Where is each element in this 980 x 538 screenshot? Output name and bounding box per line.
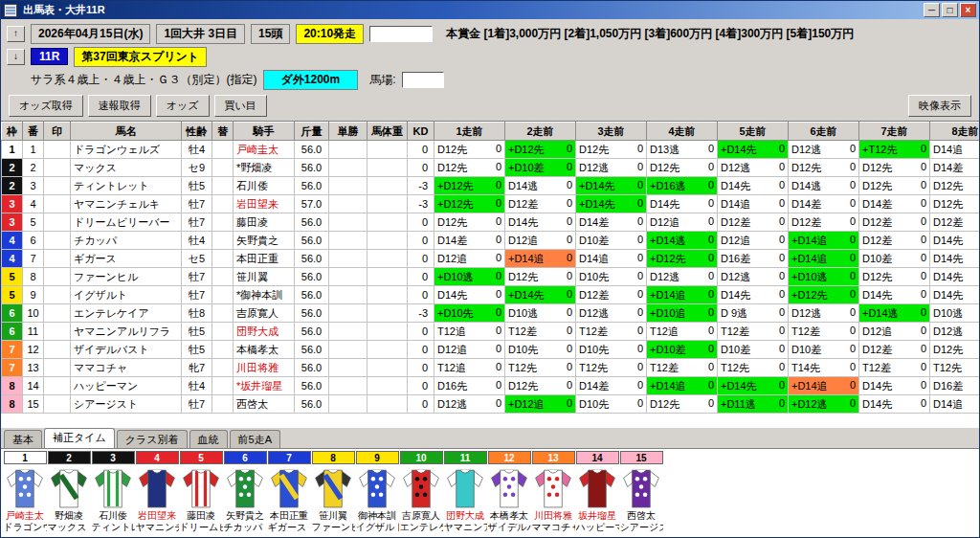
past-race-cell-4[interactable]: D13逃0 (647, 141, 718, 159)
silk-column-8[interactable]: 8笹川翼ファーンヒル (311, 451, 355, 533)
close-button[interactable]: × (960, 3, 976, 17)
cell-mark[interactable] (44, 159, 71, 177)
past-race-cell-3[interactable]: +D14先0 (576, 177, 647, 195)
silk-column-7[interactable]: 7本田正重ギガース (267, 451, 311, 533)
cell-jockey[interactable]: 石川倭 (234, 177, 295, 195)
cell-horse-name[interactable]: ママコチャ (71, 359, 182, 377)
past-race-cell-3[interactable]: D12差0 (576, 286, 647, 304)
past-race-cell-6[interactable]: D10差0 (789, 341, 859, 359)
past-race-cell-3[interactable]: T12先0 (576, 359, 647, 377)
cell-mark[interactable] (44, 195, 71, 213)
past-race-cell-8[interactable]: D12先0 (930, 195, 980, 213)
past-race-cell-3[interactable]: D12逃0 (576, 159, 647, 177)
column-header-13[interactable]: 2走前 (505, 123, 576, 141)
cell-jockey[interactable]: 吉原寛人 (234, 304, 295, 323)
past-race-cell-3[interactable]: D14差0 (576, 213, 647, 232)
silk-column-3[interactable]: 3石川倭ティントレット (91, 451, 135, 533)
past-race-cell-8[interactable]: D14先0 (930, 268, 980, 286)
silk-column-13[interactable]: 13川田将雅ママコチャ (531, 451, 575, 533)
past-race-cell-7[interactable]: D12先0 (859, 177, 930, 195)
past-race-cell-4[interactable]: D12先0 (647, 395, 718, 414)
cell-horse-name[interactable]: ファーンヒル (71, 268, 182, 286)
past-race-cell-5[interactable]: +D14先0 (718, 141, 789, 159)
cell-jockey[interactable]: 西啓太 (234, 395, 295, 414)
toolbar-button-3[interactable]: オッズ (156, 95, 210, 117)
cell-jockey[interactable]: 川田将雅 (234, 359, 295, 377)
cell-jockey[interactable]: *御神本訓 (234, 286, 295, 304)
cell-mark[interactable] (44, 323, 71, 341)
column-header-10[interactable]: 馬体重 (368, 123, 408, 141)
past-race-cell-1[interactable]: D16先0 (434, 377, 505, 395)
horse-row-12[interactable]: 712ザイデルバスト牡5本橋孝太56.00D12追0D10先0D10先0+D10… (2, 341, 980, 359)
past-race-cell-7[interactable]: D12差0 (859, 232, 930, 250)
toolbar-button-4[interactable]: 買い目 (214, 95, 267, 117)
horse-row-6[interactable]: 46チカッパ牡4矢野貴之56.00D14差0D12追0D10差0+D14逃0D1… (2, 232, 980, 250)
tab-1[interactable]: 基本 (4, 430, 42, 448)
column-header-1[interactable]: 枠 (2, 123, 23, 141)
past-race-cell-6[interactable]: D12逃0 (789, 141, 859, 159)
past-race-cell-6[interactable]: T12差0 (789, 323, 859, 341)
past-race-cell-5[interactable]: D10差0 (718, 341, 789, 359)
past-race-cell-6[interactable]: D12差0 (789, 213, 859, 232)
tab-3[interactable]: クラス別着 (117, 430, 188, 448)
past-race-cell-3[interactable]: T12差0 (576, 323, 647, 341)
past-race-cell-8[interactable]: D16差0 (930, 377, 980, 395)
silk-column-9[interactable]: 9御神本訓イグザルト (355, 451, 399, 533)
cell-jockey[interactable]: 笹川翼 (234, 268, 295, 286)
past-race-cell-2[interactable]: T12差0 (505, 323, 576, 341)
column-header-7[interactable]: 騎手 (234, 123, 295, 141)
past-race-cell-2[interactable]: D12追0 (505, 232, 576, 250)
cell-jockey[interactable]: 本橋孝太 (234, 341, 295, 359)
cell-mark[interactable] (44, 232, 71, 250)
memo-input[interactable] (369, 26, 433, 42)
past-race-cell-7[interactable]: D12先0 (859, 159, 930, 177)
past-race-cell-1[interactable]: D12先0 (434, 141, 505, 159)
past-race-cell-2[interactable]: +D12追0 (505, 395, 576, 414)
column-header-11[interactable]: KD (408, 123, 434, 141)
column-header-9[interactable]: 単勝 (329, 123, 368, 141)
cell-jockey[interactable]: *野畑凌 (234, 159, 295, 177)
past-race-cell-3[interactable]: D10先0 (576, 341, 647, 359)
column-header-2[interactable]: 番 (23, 123, 44, 141)
past-race-cell-7[interactable]: +D14逃0 (859, 304, 930, 323)
column-header-5[interactable]: 性齢 (182, 123, 212, 141)
past-race-cell-3[interactable]: D10差0 (576, 232, 647, 250)
tab-5[interactable]: 前5走A (230, 430, 280, 448)
horse-row-11[interactable]: 611ヤマニンアルリフラ牡5団野大成56.00T12追0T12差0T12差0T1… (2, 323, 980, 341)
past-race-cell-6[interactable]: +D12逃0 (789, 395, 859, 414)
past-race-cell-2[interactable]: D10逃0 (505, 304, 576, 323)
past-race-cell-1[interactable]: +D10先0 (434, 304, 505, 323)
past-race-cell-8[interactable]: D14先0 (930, 232, 980, 250)
past-race-cell-8[interactable]: D12先0 (930, 341, 980, 359)
past-race-cell-1[interactable]: D12追0 (434, 250, 505, 268)
cell-horse-name[interactable]: ドリームビリーバー (71, 213, 182, 232)
past-race-cell-8[interactable]: D14追0 (930, 395, 980, 414)
past-race-cell-2[interactable]: +D14先0 (505, 286, 576, 304)
past-race-cell-4[interactable]: D12追0 (647, 213, 718, 232)
past-race-cell-5[interactable]: T12差0 (718, 323, 789, 341)
past-race-cell-6[interactable]: D12逃0 (789, 304, 859, 323)
cell-horse-name[interactable]: ギガース (71, 250, 182, 268)
past-race-cell-1[interactable]: D12追0 (434, 341, 505, 359)
column-header-18[interactable]: 7走前 (859, 123, 930, 141)
past-race-cell-8[interactable]: D12逃0 (930, 323, 980, 341)
horse-row-14[interactable]: 814ハッピーマン牡4*坂井瑠星56.00D16先0D12先0D14差0+D14… (2, 377, 980, 395)
past-race-cell-3[interactable]: D14追0 (576, 250, 647, 268)
past-race-cell-5[interactable]: D12追0 (718, 232, 789, 250)
past-race-cell-1[interactable]: +D10逃0 (434, 268, 505, 286)
past-race-cell-4[interactable]: T12差0 (647, 359, 718, 377)
maximize-button[interactable]: □ (942, 3, 958, 17)
cell-horse-name[interactable]: シアージスト (71, 395, 182, 414)
past-race-cell-3[interactable]: D10先0 (576, 395, 647, 414)
past-race-cell-3[interactable]: D10先0 (576, 268, 647, 286)
column-header-17[interactable]: 6走前 (789, 123, 859, 141)
past-race-cell-8[interactable]: D10逃0 (930, 304, 980, 323)
cell-mark[interactable] (44, 341, 71, 359)
next-race-button[interactable]: ↓ (7, 49, 25, 65)
past-race-cell-3[interactable]: +D14先0 (576, 195, 647, 213)
past-race-cell-7[interactable]: D12追0 (859, 323, 930, 341)
silk-column-15[interactable]: 15西啓太シアージスト (619, 451, 663, 533)
cell-mark[interactable] (44, 359, 71, 377)
past-race-cell-5[interactable]: D12逃0 (718, 268, 789, 286)
silk-column-12[interactable]: 12本橋孝太ザイデルバスト (487, 451, 531, 533)
